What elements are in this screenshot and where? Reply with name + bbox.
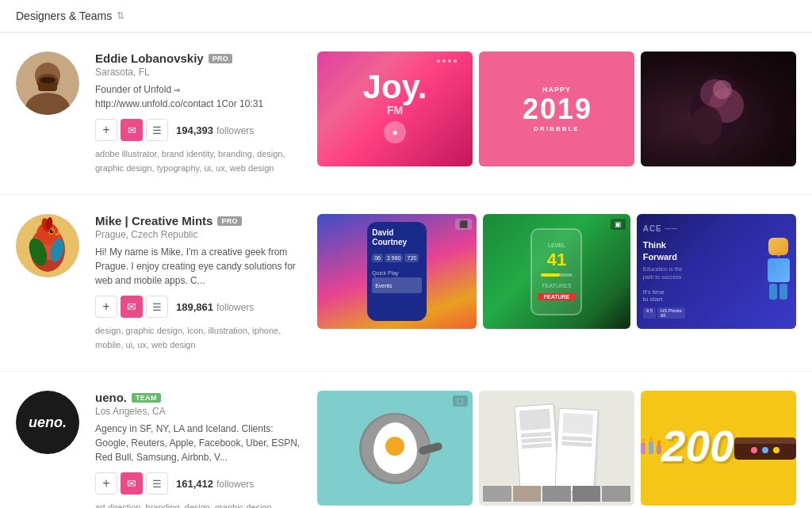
svg-point-17 xyxy=(52,230,53,231)
designer-info-eddie: Eddie Lobanovskiy PRO Sarasota, FL Found… xyxy=(95,52,301,175)
portfolio-thumb-dark[interactable] xyxy=(641,52,796,166)
screen-icon: ▣ xyxy=(611,219,626,230)
svg-point-9 xyxy=(691,105,722,145)
tags-eddie: adobe illustrator, brand identity, brand… xyxy=(95,147,301,175)
followers-row-mike: 189,861 followers xyxy=(176,301,254,313)
add-button-eddie[interactable]: + xyxy=(95,119,117,141)
followers-row-ueno: 161,412 followers xyxy=(176,478,254,490)
followers-count-ueno: 161,412 xyxy=(176,478,213,490)
followers-label-mike: followers xyxy=(216,302,254,313)
message-button-mike[interactable]: ✉ xyxy=(121,296,143,318)
followers-label-eddie: followers xyxy=(216,125,254,136)
portfolio-thumb-david[interactable]: ⬛ DavidCourtney 06 3 980 720 Quick Play … xyxy=(317,214,477,329)
add-button-ueno[interactable]: + xyxy=(95,472,117,495)
badge-ueno: TEAM xyxy=(132,393,161,403)
tags-mike: design, graphic design, icon, illustrati… xyxy=(95,324,301,352)
avatar-eddie[interactable] xyxy=(16,52,79,115)
ueno-logo-text: ueno. xyxy=(29,414,67,431)
desc-eddie: Founder of Unfold ⇒ http://www.unfold.co… xyxy=(95,82,301,111)
action-row-eddie: + ✉ ☰ 194,393 followers xyxy=(95,119,301,141)
followers-label-ueno: followers xyxy=(216,479,254,490)
cake-base xyxy=(734,437,796,460)
action-row-ueno: + ✉ ☰ 161,412 followers xyxy=(95,472,301,495)
robot-figure xyxy=(768,238,790,300)
badge-eddie: PRO xyxy=(209,54,232,63)
list-button-mike[interactable]: ☰ xyxy=(146,296,168,318)
name-row-mike: Mike | Creative Mints PRO xyxy=(95,214,301,227)
followers-count-eddie: 194,393 xyxy=(176,124,213,136)
badge-mike: PRO xyxy=(217,216,241,226)
portfolio-thumb-happy2019[interactable]: HAPPY 2 0 1 9 DRIBBBLE xyxy=(479,52,634,166)
add-button-mike[interactable]: + xyxy=(95,296,117,318)
egg-pan xyxy=(359,413,431,484)
name-row-eddie: Eddie Lobanovskiy PRO xyxy=(95,52,301,65)
page-title: Designers & Teams xyxy=(16,10,112,22)
location-mike: Prague, Czech Republic xyxy=(95,229,301,240)
phone-mockup: DavidCourtney 06 3 980 720 Quick Play Ev… xyxy=(367,222,427,321)
portfolio-thumb-joy[interactable]: Joy. FM ● xyxy=(317,52,473,166)
svg-point-5 xyxy=(40,77,56,83)
designer-name-ueno: ueno. xyxy=(95,391,127,404)
desc-ueno: Agency in SF, NY, LA and Iceland. Client… xyxy=(95,422,301,464)
golf-screen: LEVEL 41 FEATURES FEATURE xyxy=(530,228,582,315)
designer-name-mike: Mike | Creative Mints xyxy=(95,214,213,227)
designer-row-ueno: ueno. ueno. TEAM Los Angeles, CA Agency … xyxy=(0,372,812,508)
desc-mike: Hi! My name is Mike, I'm a creative geek… xyxy=(95,245,301,288)
designer-row-mike: Mike | Creative Mints PRO Prague, Czech … xyxy=(0,195,812,372)
brochure-spread xyxy=(517,401,596,496)
followers-count-mike: 189,861 xyxy=(176,301,213,313)
location-ueno: Los Angeles, CA xyxy=(95,406,301,417)
portfolio-grid-eddie: Joy. FM ● HAPPY xyxy=(317,52,796,166)
portfolio-thumb-200[interactable]: 200 xyxy=(641,391,796,506)
designer-list: Eddie Lobanovskiy PRO Sarasota, FL Found… xyxy=(0,32,812,508)
svg-point-10 xyxy=(713,80,732,99)
location-eddie: Sarasota, FL xyxy=(95,67,301,78)
designer-name-eddie: Eddie Lobanovskiy xyxy=(95,52,204,65)
candles xyxy=(641,441,661,454)
list-button-ueno[interactable]: ☰ xyxy=(146,472,168,495)
designer-row: Eddie Lobanovskiy PRO Sarasota, FL Found… xyxy=(0,32,812,195)
message-button-ueno[interactable]: ✉ xyxy=(121,472,143,495)
camera-icon: ⬚ xyxy=(453,395,468,407)
svg-point-16 xyxy=(50,230,54,234)
avatar-ueno[interactable]: ueno. xyxy=(16,391,79,454)
avatar-mike[interactable] xyxy=(16,214,79,277)
list-button-eddie[interactable]: ☰ xyxy=(146,119,168,141)
message-button-eddie[interactable]: ✉ xyxy=(121,119,143,141)
portfolio-thumb-ace[interactable]: ACE ── ThinkForward Education is thepath… xyxy=(637,214,796,329)
portfolio-grid-mike: ⬛ DavidCourtney 06 3 980 720 Quick Play … xyxy=(317,214,796,329)
page-header: Designers & Teams ⇅ xyxy=(0,0,812,32)
avatar-wrap-mike xyxy=(16,214,79,277)
portfolio-grid-ueno: ⬚ xyxy=(317,391,796,506)
photo-strip xyxy=(483,486,630,502)
tags-ueno: art direction, branding, design, graphic… xyxy=(95,501,301,508)
video-icon: ⬛ xyxy=(455,219,472,230)
name-row-ueno: ueno. TEAM xyxy=(95,391,301,404)
sort-icon[interactable]: ⇅ xyxy=(117,10,124,21)
portfolio-thumb-golf[interactable]: ▣ LEVEL 41 FEATURES FEATURE xyxy=(483,214,630,329)
designer-info-mike: Mike | Creative Mints PRO Prague, Czech … xyxy=(95,214,301,352)
number-200: 200 xyxy=(661,425,734,468)
avatar-wrap-ueno: ueno. xyxy=(16,391,79,454)
portfolio-thumb-brochure[interactable] xyxy=(479,391,634,506)
avatar-wrap-eddie xyxy=(16,52,79,115)
followers-row-eddie: 194,393 followers xyxy=(176,124,254,136)
designer-info-ueno: ueno. TEAM Los Angeles, CA Agency in SF,… xyxy=(95,391,301,508)
phone-name: DavidCourtney xyxy=(372,228,422,247)
action-row-mike: + ✉ ☰ 189,861 followers xyxy=(95,296,301,318)
portfolio-thumb-egg[interactable]: ⬚ xyxy=(317,391,473,506)
